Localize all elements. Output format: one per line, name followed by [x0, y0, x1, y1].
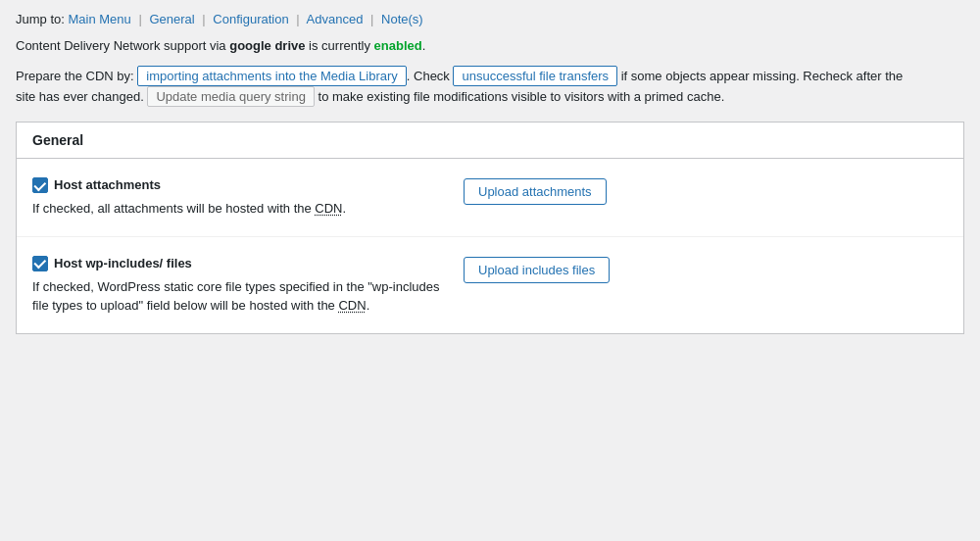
host-wp-includes-right: Upload includes files: [444, 255, 948, 283]
update-media-query-button[interactable]: Update media query string: [147, 86, 314, 107]
jump-to-bar: Jump to: Main Menu | General | Configura…: [16, 12, 964, 26]
host-attachments-row: Host attachments If checked, all attachm…: [17, 159, 963, 237]
separator-1: |: [138, 12, 141, 26]
host-wp-includes-label: Host wp-includes/ files: [54, 256, 192, 270]
upload-attachments-button[interactable]: Upload attachments: [464, 178, 607, 205]
cdn-service-name: google drive: [229, 38, 305, 53]
host-wp-includes-left: Host wp-includes/ files If checked, Word…: [32, 255, 444, 316]
separator-4: |: [370, 12, 373, 26]
cdn-status-prefix: Content Delivery Network support via: [16, 38, 229, 53]
cdn-status-middle: is currently: [306, 38, 374, 53]
cdn-underline-2: CDN: [338, 298, 366, 313]
cdn-underline-1: CDN: [315, 201, 342, 216]
host-attachments-label: Host attachments: [54, 177, 161, 192]
upload-includes-button[interactable]: Upload includes files: [464, 257, 610, 283]
separator-2: |: [202, 12, 205, 26]
host-wp-includes-title: Host wp-includes/ files: [32, 255, 444, 271]
host-attachments-title: Host attachments: [32, 176, 444, 193]
prepare-cdn-suffix1: if some objects appear missing. Recheck …: [617, 69, 903, 83]
separator-3: |: [296, 12, 299, 26]
prepare-cdn-bar: Prepare the CDN by: importing attachment…: [16, 66, 964, 109]
jump-notes-link[interactable]: Note(s): [381, 12, 423, 26]
jump-main-menu-link[interactable]: Main Menu: [68, 12, 130, 26]
host-attachments-right: Upload attachments: [444, 176, 948, 205]
jump-general-link[interactable]: General: [149, 12, 194, 26]
prepare-cdn-newline-content: site has ever changed.: [16, 89, 147, 104]
general-section-header: General: [17, 123, 963, 159]
host-attachments-description: If checked, all attachments will be host…: [32, 199, 444, 219]
prepare-cdn-prefix: Prepare the CDN by:: [16, 69, 137, 83]
cdn-enabled-badge: enabled: [374, 38, 422, 53]
general-section: General Host attachments If checked, all…: [16, 122, 964, 334]
cdn-status-bar: Content Delivery Network support via goo…: [16, 36, 964, 56]
host-attachments-checkbox[interactable]: [32, 177, 48, 193]
host-wp-includes-description: If checked, WordPress static core file t…: [32, 277, 444, 316]
prepare-cdn-middle: . Check: [407, 69, 454, 83]
host-wp-includes-checkbox[interactable]: [32, 256, 48, 271]
host-attachments-left: Host attachments If checked, all attachm…: [32, 176, 444, 219]
jump-configuration-link[interactable]: Configuration: [213, 12, 288, 26]
jump-to-label: Jump to:: [16, 12, 65, 26]
prepare-cdn-suffix2: to make existing file modifications visi…: [315, 89, 724, 104]
cdn-status-suffix: .: [422, 38, 426, 53]
host-wp-includes-row: Host wp-includes/ files If checked, Word…: [17, 237, 963, 333]
import-attachments-button[interactable]: importing attachments into the Media Lib…: [137, 66, 407, 86]
check-transfers-button[interactable]: unsuccessful file transfers: [453, 66, 617, 86]
jump-advanced-link[interactable]: Advanced: [307, 12, 364, 26]
general-section-body: Host attachments If checked, all attachm…: [17, 159, 963, 333]
general-section-title: General: [32, 132, 83, 148]
